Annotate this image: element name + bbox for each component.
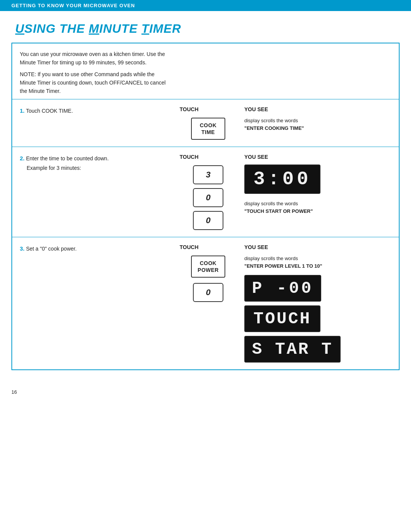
page-number: 16 [0, 382, 411, 403]
step-2-right: YOU SEE 3:00 display scrolls the words"T… [241, 154, 399, 215]
step-1-left: 1. Touch COOK TIME. [12, 106, 176, 115]
num-key-0b[interactable]: 0 [193, 211, 223, 230]
step-1-instruction: Touch COOK TIME. [26, 108, 73, 114]
step-3-number: 3. [20, 245, 25, 252]
step-3-section: 3. Set a "0" cook power. TOUCH COOKPOWER… [12, 237, 399, 369]
step-2-left: 2. Enter the time to be counted down. Ex… [12, 154, 176, 172]
header-text: GETTING TO KNOW YOUR MICROWAVE OVEN [11, 3, 135, 8]
step-2-display-text: display scrolls the words"TOUCH START OR… [244, 200, 313, 215]
lcd-display-p00: P -00 [244, 275, 321, 302]
step-3-instruction: Set a "0" cook power. [26, 246, 76, 252]
step-2-yousee-label: YOU SEE [244, 154, 268, 160]
num-key-0a[interactable]: 0 [193, 188, 223, 207]
step-2-instruction: Enter the time to be counted down. [26, 155, 108, 161]
step-1-number: 1. [20, 107, 25, 114]
cook-power-button[interactable]: COOKPOWER [191, 256, 225, 278]
step-2-number: 2. [20, 155, 25, 161]
num-key-3[interactable]: 3 [193, 165, 223, 184]
step-2-sub: Example for 3 minutes: [20, 164, 168, 172]
intro-section: You can use your microwave oven as a kit… [12, 43, 399, 99]
step-3-middle: TOUCH COOKPOWER 0 [176, 244, 241, 302]
step-1-yousee-label: YOU SEE [244, 106, 268, 112]
intro-note: NOTE: If you want to use other Command p… [20, 70, 168, 95]
step-1-section: 1. Touch COOK TIME. TOUCH COOKTIME YOU S… [12, 99, 399, 147]
step-1-touch-label: TOUCH [180, 106, 199, 112]
intro-para1: You can use your microwave oven as a kit… [20, 50, 168, 67]
step-3-touch-label: TOUCH [180, 244, 199, 250]
header-bar: GETTING TO KNOW YOUR MICROWAVE OVEN [0, 0, 411, 11]
main-content-box: You can use your microwave oven as a kit… [11, 43, 400, 370]
step-1-display-text: display scrolls the words"ENTER COOKING … [244, 117, 304, 132]
step-2-middle: TOUCH 3 0 0 [176, 154, 241, 230]
intro-right-empty [176, 43, 399, 99]
lcd-display-touch: TOUCH [244, 305, 320, 332]
note-text: If you want to use other Command pads wh… [20, 71, 166, 94]
step-1-middle: TOUCH COOKTIME [176, 106, 241, 140]
lcd-display-3-00: 3:00 [244, 165, 320, 194]
step-3-yousee-label: YOU SEE [244, 244, 268, 250]
cook-time-button[interactable]: COOKTIME [191, 118, 225, 140]
page-title: USING THE MINUTE TIMER [0, 11, 411, 43]
step-2-section: 2. Enter the time to be counted down. Ex… [12, 147, 399, 237]
step-3-left: 3. Set a "0" cook power. [12, 244, 176, 253]
step-3-display-text: display scrolls the words"ENTER POWER LE… [244, 255, 322, 270]
step-1-right: YOU SEE display scrolls the words"ENTER … [241, 106, 399, 132]
num-key-0-power[interactable]: 0 [193, 283, 223, 302]
step-2-touch-label: TOUCH [180, 154, 199, 160]
lcd-display-start: S TAR T [244, 336, 341, 363]
step-3-right: YOU SEE display scrolls the words"ENTER … [241, 244, 399, 363]
note-label: NOTE: [20, 71, 36, 77]
intro-text: You can use your microwave oven as a kit… [12, 43, 176, 99]
